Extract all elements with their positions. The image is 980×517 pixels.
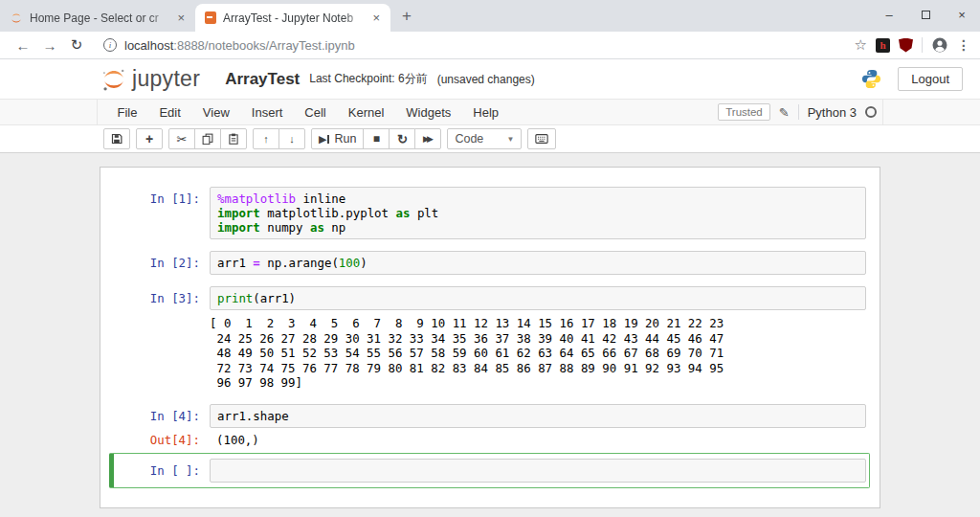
notebook-cell[interactable]: In [1]:%matplotlib inline import matplot… <box>109 181 870 245</box>
code-input[interactable]: arr1.shape <box>210 404 866 428</box>
jupyter-header: jupyter ArrayTest Last Checkpoint: 6分前 (… <box>0 59 980 99</box>
cell-result-value: (100,) <box>210 428 866 447</box>
jupyter-ring-icon <box>10 11 23 25</box>
toolbar: + ✂ <box>0 125 980 153</box>
forward-icon[interactable]: → <box>36 37 63 54</box>
code-input[interactable]: arr1 = np.arange(100) <box>210 251 866 275</box>
refresh-icon[interactable]: ↻ <box>63 36 90 54</box>
checkpoint-status: Last Checkpoint: 6分前 <box>309 71 427 87</box>
cell-content: print(arr1) <box>210 286 866 310</box>
notebook-title[interactable]: ArrayTest <box>225 70 300 89</box>
notebook-cell[interactable]: In [ ]: <box>109 453 870 488</box>
profile-avatar-icon[interactable] <box>931 36 948 54</box>
address-input[interactable]: localhost:8888/notebooks/ArrayTest.ipynb <box>124 38 855 53</box>
chrome-menu-icon[interactable]: ⋮ <box>957 37 970 53</box>
cell-result-row: Out[4]:(100,) <box>117 428 866 447</box>
back-icon[interactable]: ← <box>10 37 36 54</box>
cell-content <box>210 459 866 483</box>
cell-list: In [1]:%matplotlib inline import matplot… <box>100 181 880 488</box>
tab-title: Home Page - Select or cr <box>30 11 170 25</box>
tab-title: ArrayTest - Jupyter Noteb <box>223 11 366 25</box>
cell-type-dropdown[interactable]: Code ▼ <box>447 128 522 149</box>
cell-input-row: In [1]:%matplotlib inline import matplot… <box>117 187 866 239</box>
cell-output-prompt: Out[4]: <box>117 428 210 447</box>
tab-close-icon[interactable]: × <box>369 11 383 25</box>
notebook-cell[interactable]: In [4]:arr1.shapeOut[4]:(100,) <box>109 398 870 453</box>
notebook-cell[interactable]: In [2]:arr1 = np.arange(100) <box>109 245 870 281</box>
interrupt-kernel-button[interactable]: ■ <box>363 128 390 149</box>
jupyter-logo[interactable]: jupyter <box>101 66 200 92</box>
menu-help[interactable]: Help <box>462 105 510 120</box>
cell-input-prompt: In [ ]: <box>117 459 210 483</box>
menu-widgets[interactable]: Widgets <box>395 105 462 120</box>
command-palette-button[interactable] <box>527 128 556 149</box>
menu-edit[interactable]: Edit <box>148 105 191 120</box>
python-logo-icon <box>860 68 882 90</box>
tab-arraytest[interactable]: ArrayTest - Jupyter Noteb × <box>195 4 390 32</box>
add-cell-button[interactable]: + <box>136 128 163 149</box>
bookmark-star-icon[interactable]: ☆ <box>855 36 867 54</box>
code-text: arr1.shape <box>217 409 861 423</box>
kernel-idle-icon <box>865 106 877 118</box>
tab-home-page[interactable]: Home Page - Select or cr × <box>0 4 195 32</box>
code-input[interactable]: %matplotlib inline import matplotlib.pyp… <box>210 187 866 239</box>
menu-bar: File Edit View Insert Cell Kernel Widget… <box>0 99 980 125</box>
pencil-icon: ✎ <box>779 105 790 120</box>
cell-type-value: Code <box>455 132 483 146</box>
keyboard-icon <box>535 133 548 145</box>
close-window-button[interactable]: × <box>944 8 980 22</box>
cell-input-row: In [ ]: <box>117 459 866 483</box>
restore-button[interactable] <box>907 8 944 22</box>
cell-input-prompt: In [4]: <box>117 404 210 428</box>
ublock-shield-icon[interactable] <box>899 38 913 53</box>
cell-input-row: In [2]:arr1 = np.arange(100) <box>117 251 866 275</box>
jupyter-wordmark: jupyter <box>132 66 200 92</box>
code-input[interactable]: print(arr1) <box>210 286 866 310</box>
new-tab-button[interactable]: + <box>390 7 423 32</box>
chevron-down-icon: ▼ <box>506 135 514 144</box>
code-input[interactable] <box>210 459 866 483</box>
move-cell-up-button[interactable]: ↑ <box>253 128 279 149</box>
tab-close-icon[interactable]: × <box>174 11 188 25</box>
menu-kernel[interactable]: Kernel <box>337 105 395 120</box>
extension-h-icon[interactable]: h <box>876 38 890 53</box>
divider <box>922 37 923 53</box>
code-text: %matplotlib inline import matplotlib.pyp… <box>217 191 861 235</box>
code-text: print(arr1) <box>217 291 861 305</box>
menu-view[interactable]: View <box>191 105 240 120</box>
restore-icon <box>922 11 930 19</box>
url-host: localhost <box>124 38 173 53</box>
kernel-name: Python 3 <box>808 105 857 120</box>
cell-content: arr1.shape <box>210 404 866 428</box>
cell-content: %matplotlib inline import matplotlib.pyp… <box>210 187 866 239</box>
cell-input-prompt: In [2]: <box>117 251 210 275</box>
cell-input-row: In [4]:arr1.shape <box>117 404 866 428</box>
cell-input-prompt: In [1]: <box>117 187 210 239</box>
minimize-button[interactable]: – <box>871 8 907 22</box>
menu-insert[interactable]: Insert <box>240 105 294 120</box>
cell-output-content: [ 0 1 2 3 4 5 6 7 8 9 10 11 12 13 14 15 … <box>210 310 866 393</box>
notebook-cell[interactable]: In [3]:print(arr1)[ 0 1 2 3 4 5 6 7 8 9 … <box>109 281 870 398</box>
cut-cell-button[interactable]: ✂ <box>168 128 195 149</box>
notebook-favicon-icon <box>205 11 216 24</box>
tab-strip: Home Page - Select or cr × ArrayTest - J… <box>0 0 980 32</box>
page-info-icon[interactable]: i <box>103 38 117 52</box>
paste-cell-button[interactable] <box>220 128 247 149</box>
run-cell-button[interactable]: ▶Run <box>311 128 364 149</box>
url-path: :8888/notebooks/ArrayTest.ipynb <box>173 38 354 53</box>
restart-kernel-button[interactable]: ↻ <box>389 128 415 149</box>
logout-button[interactable]: Logout <box>898 67 963 91</box>
save-button[interactable] <box>103 128 130 149</box>
copy-cell-button[interactable] <box>194 128 221 149</box>
cell-output-text: [ 0 1 2 3 4 5 6 7 8 9 10 11 12 13 14 15 … <box>210 316 866 391</box>
menu-file[interactable]: File <box>106 105 148 120</box>
move-cell-down-button[interactable]: ↓ <box>278 128 305 149</box>
menu-cell[interactable]: Cell <box>294 105 337 120</box>
cell-result-content: (100,) <box>210 428 866 447</box>
unsaved-changes-label: (unsaved changes) <box>437 73 535 86</box>
trusted-button[interactable]: Trusted <box>718 103 770 121</box>
run-icon: ▶ <box>319 133 326 146</box>
save-icon <box>111 133 122 145</box>
restart-run-all-button[interactable]: ▶▶ <box>414 128 441 149</box>
jupyter-logo-icon <box>101 67 126 92</box>
